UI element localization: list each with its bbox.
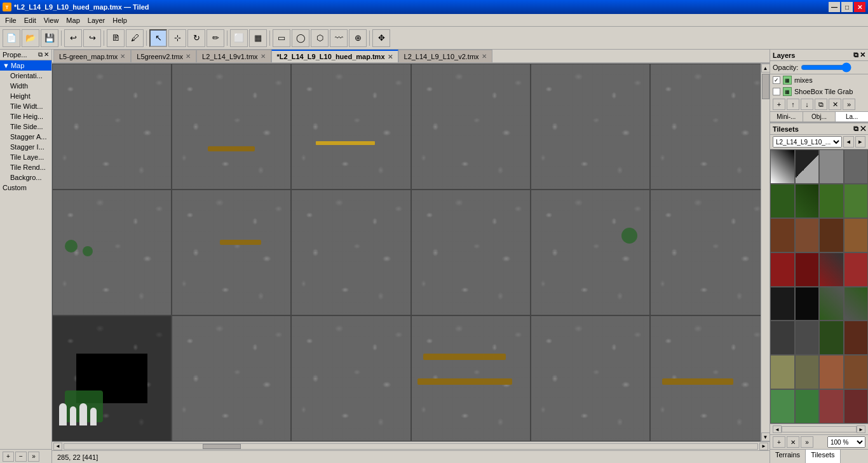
layer-visible-mixes[interactable]: ✓ <box>773 76 780 84</box>
property-remove-button[interactable]: − <box>15 452 27 462</box>
layer-add-button[interactable]: + <box>773 99 785 110</box>
menu-help[interactable]: Help <box>109 16 131 25</box>
map-canvas-container[interactable]: ▲ ▼ <box>52 64 770 441</box>
tree-item-orientation[interactable]: Orientati... <box>0 71 51 81</box>
tree-item-height[interactable]: Height <box>0 91 51 101</box>
tilesets-tab[interactable]: Tilesets <box>806 450 841 463</box>
polygon-tool[interactable]: ⬡ <box>311 29 329 47</box>
canvas-vscroll[interactable]: ▲ ▼ <box>761 64 770 441</box>
layer-visible-shoebox[interactable] <box>773 88 780 95</box>
tileset-nav-left[interactable]: ◄ <box>843 136 854 148</box>
new-button[interactable]: 📄 <box>3 29 20 47</box>
tileset-dropdown[interactable]: L2_L14_L9_L10_... <box>773 136 842 148</box>
map-tile-1-4 <box>531 190 650 315</box>
opacity-slider[interactable] <box>801 62 851 73</box>
menu-edit[interactable]: Edit <box>20 16 40 25</box>
tree-item-background[interactable]: Backgro... <box>0 172 51 183</box>
hscroll-right[interactable]: ► <box>759 443 768 450</box>
layer-remove-button[interactable]: ✕ <box>829 99 841 110</box>
vscroll-down[interactable]: ▼ <box>761 432 770 441</box>
tab-close-0[interactable]: ✕ <box>120 53 125 60</box>
tilesets-float-button[interactable]: ⧉ <box>853 125 858 132</box>
tileset-remove-button[interactable]: ✕ <box>787 436 799 448</box>
tree-section-map[interactable]: ▼ Map <box>0 60 51 71</box>
layers-close-button[interactable]: ✕ <box>860 51 865 59</box>
tab-close-3[interactable]: ✕ <box>388 53 393 60</box>
dropper-button[interactable]: 🖊 <box>126 29 144 47</box>
hscroll-thumb[interactable] <box>203 444 241 449</box>
ts-scroll-right[interactable]: ► <box>857 425 865 433</box>
menu-layer[interactable]: Layer <box>84 16 109 25</box>
save-button[interactable]: 💾 <box>41 29 58 47</box>
close-button[interactable]: ✕ <box>854 2 865 12</box>
layer-item-mixes[interactable]: ✓ ▦ mixes <box>770 74 868 86</box>
tree-item-tile-width[interactable]: Tile Widt... <box>0 101 51 111</box>
tileset-more-button[interactable]: » <box>801 436 813 448</box>
redo-button[interactable]: ↪ <box>83 29 101 47</box>
ts-scroll-left[interactable]: ◄ <box>773 425 782 433</box>
property-add-button[interactable]: + <box>3 452 14 462</box>
tab-3[interactable]: *L2_L14_L9_L10_hued_map.tmx ✕ <box>271 50 398 62</box>
custom-section-label[interactable]: Custom <box>0 183 51 193</box>
layer-more-button[interactable]: » <box>843 99 855 110</box>
layer-duplicate-button[interactable]: ⧉ <box>815 99 827 110</box>
left-panel-float[interactable]: ⧉ <box>38 51 43 59</box>
zoom-selector[interactable]: 100 % <box>827 436 865 448</box>
terrains-tab[interactable]: Terrains <box>770 450 806 463</box>
layer-item-shoebox[interactable]: ▦ ShoeBox Tile Grab <box>770 86 868 97</box>
ts-cell-2-0 <box>770 218 795 252</box>
tab-4[interactable]: L2_L14_L9_L10_v2.tmx ✕ <box>398 50 492 62</box>
tree-item-tile-height[interactable]: Tile Heig... <box>0 111 51 121</box>
paint-tool[interactable]: ✏ <box>207 29 224 47</box>
select-tool[interactable]: ⊹ <box>168 29 186 47</box>
vscroll-up[interactable]: ▲ <box>761 64 770 73</box>
tree-item-stagger-index[interactable]: Stagger I... <box>0 142 51 152</box>
property-more-button[interactable]: » <box>28 452 39 462</box>
minimize-button[interactable]: — <box>829 2 840 12</box>
tree-item-tile-layer[interactable]: Tile Laye... <box>0 152 51 162</box>
maximize-button[interactable]: □ <box>841 2 853 12</box>
layer-up-button[interactable]: ↑ <box>787 99 799 110</box>
rect-tool[interactable]: ▭ <box>273 29 290 47</box>
tab-close-2[interactable]: ✕ <box>261 53 266 60</box>
vscroll-thumb[interactable] <box>762 74 770 99</box>
tileset-nav-right[interactable]: ► <box>855 136 866 148</box>
grid-overlay <box>172 64 290 189</box>
tilesets-close-button[interactable]: ✕ <box>860 125 865 132</box>
eraser-tool[interactable]: ⬜ <box>230 29 248 47</box>
layers-tab-btn[interactable]: La... <box>836 112 868 121</box>
menu-file[interactable]: File <box>1 16 20 25</box>
hscroll-left[interactable]: ◄ <box>53 443 62 450</box>
tree-item-tile-side[interactable]: Tile Side... <box>0 121 51 132</box>
point-tool[interactable]: ⊕ <box>349 29 367 47</box>
pan-tool[interactable]: ✥ <box>372 29 390 47</box>
tab-close-4[interactable]: ✕ <box>482 53 487 60</box>
objects-tab[interactable]: Obj... <box>803 112 836 121</box>
tab-0[interactable]: L5-green_map.tmx ✕ <box>53 50 131 62</box>
tilesets-footer: + ✕ » 100 % <box>770 434 868 449</box>
ts-cell-6-2 <box>819 355 844 389</box>
ellipse-tool[interactable]: ◯ <box>292 29 309 47</box>
tree-item-stagger-axis[interactable]: Stagger A... <box>0 132 51 142</box>
tab-1[interactable]: L5greenv2.tmx ✕ <box>131 50 196 62</box>
tab-2[interactable]: L2_L14_L9v1.tmx ✕ <box>196 50 271 62</box>
left-panel-controls: ⧉ ✕ <box>38 51 49 59</box>
platform <box>423 354 506 360</box>
layers-float-button[interactable]: ⧉ <box>853 51 858 59</box>
rotate-tool[interactable]: ↻ <box>187 29 205 47</box>
menu-view[interactable]: View <box>40 16 63 25</box>
left-panel-close[interactable]: ✕ <box>44 51 49 59</box>
poly-tool[interactable]: 〰 <box>330 29 348 47</box>
tab-close-1[interactable]: ✕ <box>186 53 191 60</box>
tree-item-width[interactable]: Width <box>0 81 51 91</box>
tileset-add-button[interactable]: + <box>773 436 785 448</box>
stamp-button[interactable]: 🖹 <box>107 29 125 47</box>
tree-item-tile-render[interactable]: Tile Rend... <box>0 162 51 172</box>
undo-button[interactable]: ↩ <box>64 29 82 47</box>
fill-tool[interactable]: ▦ <box>249 29 267 47</box>
pointer-tool[interactable]: ↖ <box>149 29 167 47</box>
menu-map[interactable]: Map <box>62 16 83 25</box>
layer-down-button[interactable]: ↓ <box>801 99 813 110</box>
open-button[interactable]: 📂 <box>22 29 39 47</box>
mini-map-tab[interactable]: Mini-... <box>770 112 803 121</box>
